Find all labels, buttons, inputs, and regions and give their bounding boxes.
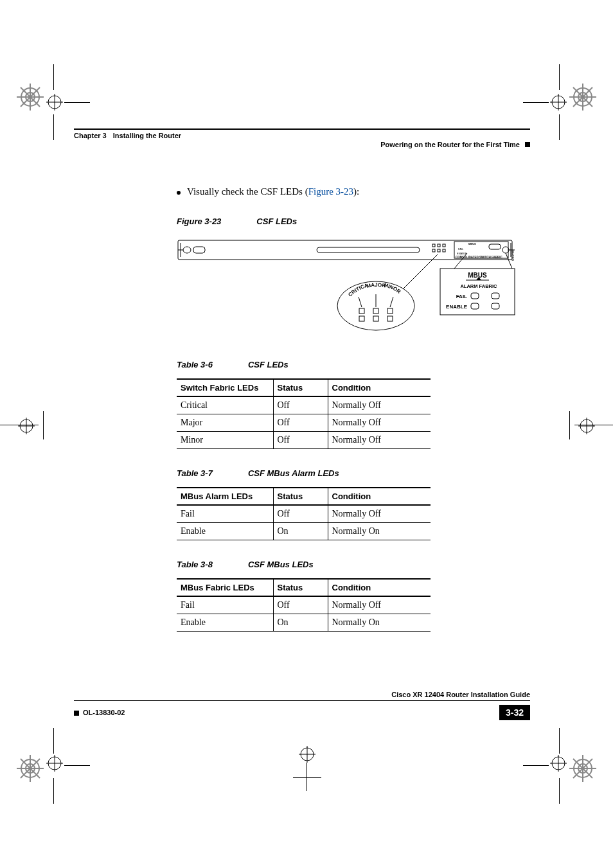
svg-rect-84 bbox=[471, 293, 479, 299]
svg-rect-87 bbox=[471, 303, 479, 309]
section-title: Powering on the Router for the First Tim… bbox=[380, 141, 520, 148]
svg-text:66246: 66246 bbox=[511, 250, 515, 261]
svg-rect-56 bbox=[489, 244, 501, 249]
bullet-item: Visually check the CSF LEDs (Figure 3-23… bbox=[177, 186, 517, 197]
column-header: MBus Alarm LEDs bbox=[177, 488, 273, 505]
table-number: Table 3-8 bbox=[177, 560, 213, 569]
svg-rect-73 bbox=[387, 308, 393, 314]
figure-crossref-link[interactable]: Figure 3-23 bbox=[308, 186, 353, 197]
chapter-title: Installing the Router bbox=[113, 132, 181, 139]
column-header: Status bbox=[273, 488, 328, 505]
svg-text:FAIL: FAIL bbox=[458, 247, 464, 251]
chapter-label: Chapter 3 bbox=[74, 132, 107, 139]
column-header: Status bbox=[273, 579, 328, 596]
svg-point-46 bbox=[183, 247, 191, 253]
column-header: Switch Fabric LEDs bbox=[177, 379, 273, 396]
svg-rect-50 bbox=[438, 244, 440, 247]
figure-caption: Figure 3-23 CSF LEDs bbox=[177, 217, 517, 226]
header-end-mark-icon bbox=[525, 142, 530, 147]
bullet-icon bbox=[177, 191, 181, 195]
figure-csf-leds: MBUS FAIL ENABLE CONSOLIDATED SWITCH FAB… bbox=[177, 235, 517, 341]
figure-number: Figure 3-23 bbox=[177, 217, 221, 226]
running-header: Chapter 3 Installing the Router Powering… bbox=[74, 128, 530, 151]
column-header: Condition bbox=[328, 379, 431, 396]
svg-rect-47 bbox=[193, 247, 205, 253]
svg-rect-71 bbox=[359, 308, 364, 314]
svg-rect-85 bbox=[492, 293, 499, 299]
table-row: MinorOffNormally Off bbox=[177, 432, 431, 449]
svg-rect-54 bbox=[443, 249, 445, 252]
svg-rect-76 bbox=[387, 316, 393, 321]
column-header: MBus Fabric LEDs bbox=[177, 579, 273, 596]
table-row: FailOffNormally Off bbox=[177, 596, 431, 614]
content-area: Visually check the CSF LEDs (Figure 3-23… bbox=[177, 151, 517, 632]
table-csf-mbus-leds: MBus Fabric LEDs Status Condition FailOf… bbox=[177, 578, 431, 632]
table-number: Table 3-6 bbox=[177, 360, 213, 369]
table-row: FailOffNormally Off bbox=[177, 505, 431, 523]
table-row: CriticalOffNormally Off bbox=[177, 396, 431, 414]
svg-rect-74 bbox=[359, 316, 364, 321]
svg-text:FAIL: FAIL bbox=[456, 294, 467, 299]
book-title: Cisco XR 12404 Router Installation Guide bbox=[391, 691, 530, 698]
svg-text:ENABLE: ENABLE bbox=[446, 304, 468, 310]
svg-rect-49 bbox=[432, 244, 435, 247]
table-row: MajorOffNormally Off bbox=[177, 414, 431, 432]
table-csf-mbus-alarm-leds: MBus Alarm LEDs Status Condition FailOff… bbox=[177, 487, 431, 540]
table-csf-leds: Switch Fabric LEDs Status Condition Crit… bbox=[177, 378, 431, 449]
svg-rect-75 bbox=[373, 316, 378, 321]
table-title: CSF MBus LEDs bbox=[248, 560, 314, 569]
svg-rect-53 bbox=[438, 249, 440, 252]
table-title: CSF MBus Alarm LEDs bbox=[248, 468, 339, 478]
bullet-text: Visually check the CSF LEDs (Figure 3-23… bbox=[187, 186, 359, 197]
svg-text:CRITICAL: CRITICAL bbox=[177, 235, 369, 297]
footer-mark-icon bbox=[74, 711, 79, 716]
table-caption: Table 3-8 CSF MBus LEDs bbox=[177, 560, 517, 569]
svg-rect-72 bbox=[373, 308, 378, 314]
svg-text:MBUS: MBUS bbox=[468, 272, 487, 279]
column-header: Condition bbox=[328, 488, 431, 505]
table-number: Table 3-7 bbox=[177, 468, 213, 478]
svg-rect-51 bbox=[443, 244, 445, 247]
table-title: CSF LEDs bbox=[248, 360, 289, 369]
table-caption: Table 3-7 CSF MBus Alarm LEDs bbox=[177, 468, 517, 478]
table-row: EnableOnNormally On bbox=[177, 614, 431, 632]
doc-id: OL-13830-02 bbox=[74, 709, 125, 716]
svg-text:MBUS: MBUS bbox=[468, 242, 476, 245]
svg-rect-88 bbox=[492, 303, 499, 309]
column-header: Status bbox=[273, 379, 328, 396]
page-number: 3-32 bbox=[499, 705, 530, 720]
figure-title: CSF LEDs bbox=[256, 217, 297, 226]
running-footer: Cisco XR 12404 Router Installation Guide… bbox=[74, 691, 530, 720]
svg-rect-48 bbox=[317, 247, 420, 252]
table-row: EnableOnNormally On bbox=[177, 523, 431, 540]
table-caption: Table 3-6 CSF LEDs bbox=[177, 360, 517, 369]
svg-text:ALARM  FABRIC: ALARM FABRIC bbox=[460, 283, 497, 289]
column-header: Condition bbox=[328, 579, 431, 596]
svg-rect-52 bbox=[432, 249, 435, 252]
